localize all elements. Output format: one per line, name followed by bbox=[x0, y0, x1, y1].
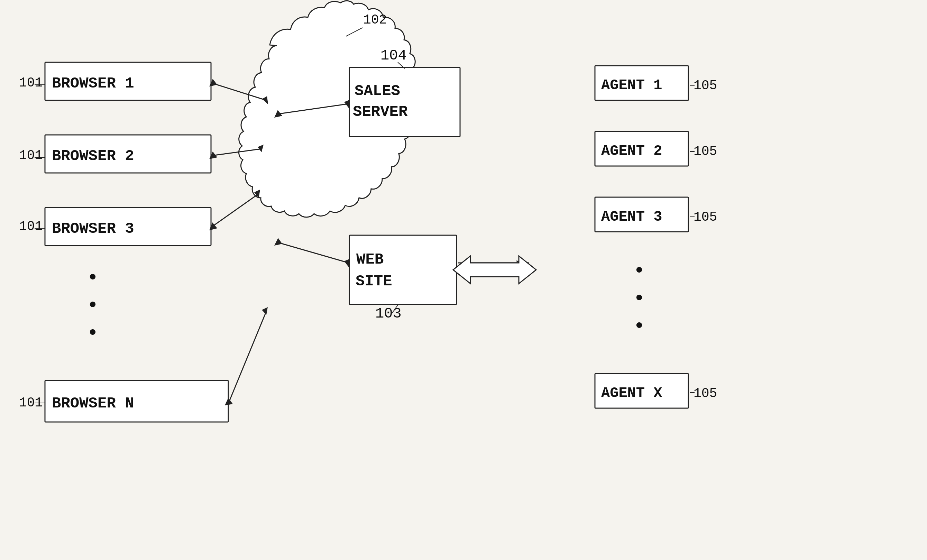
svg-rect-21 bbox=[350, 67, 460, 137]
sales-server-box: SALES SERVER bbox=[350, 67, 460, 137]
browser-3-label: BROWSER 3 bbox=[52, 220, 134, 237]
browser-3-ref: 101 bbox=[19, 219, 43, 234]
sales-label: SALES bbox=[354, 82, 400, 100]
dots-1: • bbox=[87, 266, 99, 290]
agent-x-box: AGENT X bbox=[595, 373, 688, 408]
web-site-box: WEB SITE bbox=[350, 235, 457, 304]
browser-n-box: BROWSER N bbox=[45, 381, 228, 422]
browser-1-box: BROWSER 1 bbox=[45, 62, 211, 100]
agent-x-label: AGENT X bbox=[601, 385, 663, 402]
web-label: WEB bbox=[356, 251, 384, 268]
agent-1-box: AGENT 1 bbox=[595, 66, 688, 100]
browser-1-ref: 101 bbox=[19, 75, 43, 90]
agent-dots-3: • bbox=[633, 315, 646, 338]
browser-2-box: BROWSER 2 bbox=[45, 135, 211, 173]
agent-2-ref: 105 bbox=[693, 144, 717, 159]
site-label: SITE bbox=[356, 273, 392, 290]
web-site-ref: 103 bbox=[375, 305, 401, 322]
svg-line-28 bbox=[277, 242, 349, 263]
browser-n-label: BROWSER N bbox=[52, 395, 134, 412]
agent-dots-1: • bbox=[633, 260, 646, 283]
agent-2-box: AGENT 2 bbox=[595, 131, 688, 166]
svg-line-18 bbox=[229, 311, 266, 402]
agent-dots-2: • bbox=[633, 287, 646, 311]
diagram: 102 BROWSER 1 101 BROWSER 2 101 BROWSER … bbox=[0, 0, 927, 560]
dots-2: • bbox=[87, 294, 99, 317]
double-arrow-symbol bbox=[453, 256, 536, 284]
svg-rect-26 bbox=[350, 235, 457, 304]
svg-line-15 bbox=[212, 194, 259, 227]
browser-3-box: BROWSER 3 bbox=[45, 208, 211, 246]
svg-marker-29 bbox=[274, 238, 282, 246]
agent-2-label: AGENT 2 bbox=[601, 143, 662, 159]
browser-1-label: BROWSER 1 bbox=[52, 75, 134, 92]
agent-3-box: AGENT 3 bbox=[595, 197, 688, 232]
browser-2-label: BROWSER 2 bbox=[52, 147, 134, 165]
agent-3-ref: 105 bbox=[693, 209, 717, 225]
agent-1-ref: 105 bbox=[693, 78, 717, 93]
sales-server-ref: 104 bbox=[380, 47, 407, 64]
svg-marker-20 bbox=[262, 307, 268, 315]
agent-3-label: AGENT 3 bbox=[601, 209, 662, 225]
cloud-label: 102 bbox=[363, 12, 387, 27]
agent-x-ref: 105 bbox=[693, 386, 717, 401]
dots-3: • bbox=[87, 322, 99, 345]
browser-2-ref: 101 bbox=[19, 148, 43, 163]
server-label: SERVER bbox=[353, 103, 408, 120]
agent-1-label: AGENT 1 bbox=[601, 77, 662, 94]
